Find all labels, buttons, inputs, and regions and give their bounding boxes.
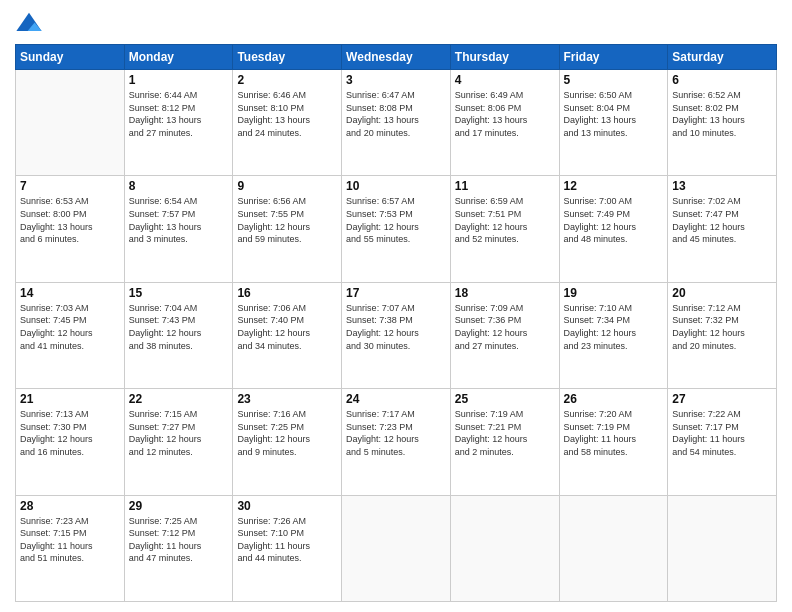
day-number: 19 [564,286,664,300]
day-number: 20 [672,286,772,300]
calendar-cell-0-0 [16,70,125,176]
day-info: Sunrise: 7:20 AM Sunset: 7:19 PM Dayligh… [564,408,664,458]
header-wednesday: Wednesday [342,45,451,70]
day-number: 7 [20,179,120,193]
day-info: Sunrise: 6:56 AM Sunset: 7:55 PM Dayligh… [237,195,337,245]
day-info: Sunrise: 7:16 AM Sunset: 7:25 PM Dayligh… [237,408,337,458]
day-info: Sunrise: 7:25 AM Sunset: 7:12 PM Dayligh… [129,515,229,565]
header-saturday: Saturday [668,45,777,70]
calendar-cell-1-3: 10Sunrise: 6:57 AM Sunset: 7:53 PM Dayli… [342,176,451,282]
day-number: 13 [672,179,772,193]
day-number: 11 [455,179,555,193]
calendar-week-3: 21Sunrise: 7:13 AM Sunset: 7:30 PM Dayli… [16,389,777,495]
calendar-cell-2-3: 17Sunrise: 7:07 AM Sunset: 7:38 PM Dayli… [342,282,451,388]
calendar-cell-4-4 [450,495,559,601]
calendar-cell-2-2: 16Sunrise: 7:06 AM Sunset: 7:40 PM Dayli… [233,282,342,388]
day-number: 5 [564,73,664,87]
day-info: Sunrise: 7:02 AM Sunset: 7:47 PM Dayligh… [672,195,772,245]
day-number: 25 [455,392,555,406]
calendar-cell-3-6: 27Sunrise: 7:22 AM Sunset: 7:17 PM Dayli… [668,389,777,495]
calendar-week-4: 28Sunrise: 7:23 AM Sunset: 7:15 PM Dayli… [16,495,777,601]
day-number: 10 [346,179,446,193]
calendar-cell-0-4: 4Sunrise: 6:49 AM Sunset: 8:06 PM Daylig… [450,70,559,176]
calendar-cell-2-6: 20Sunrise: 7:12 AM Sunset: 7:32 PM Dayli… [668,282,777,388]
header-sunday: Sunday [16,45,125,70]
day-info: Sunrise: 7:22 AM Sunset: 7:17 PM Dayligh… [672,408,772,458]
calendar-cell-4-2: 30Sunrise: 7:26 AM Sunset: 7:10 PM Dayli… [233,495,342,601]
calendar-cell-2-4: 18Sunrise: 7:09 AM Sunset: 7:36 PM Dayli… [450,282,559,388]
day-number: 30 [237,499,337,513]
day-number: 16 [237,286,337,300]
day-info: Sunrise: 7:19 AM Sunset: 7:21 PM Dayligh… [455,408,555,458]
calendar-cell-0-2: 2Sunrise: 6:46 AM Sunset: 8:10 PM Daylig… [233,70,342,176]
day-info: Sunrise: 7:15 AM Sunset: 7:27 PM Dayligh… [129,408,229,458]
day-number: 1 [129,73,229,87]
day-info: Sunrise: 6:59 AM Sunset: 7:51 PM Dayligh… [455,195,555,245]
calendar-cell-3-3: 24Sunrise: 7:17 AM Sunset: 7:23 PM Dayli… [342,389,451,495]
calendar-cell-0-6: 6Sunrise: 6:52 AM Sunset: 8:02 PM Daylig… [668,70,777,176]
header-thursday: Thursday [450,45,559,70]
calendar-cell-2-1: 15Sunrise: 7:04 AM Sunset: 7:43 PM Dayli… [124,282,233,388]
day-info: Sunrise: 6:50 AM Sunset: 8:04 PM Dayligh… [564,89,664,139]
header [15,10,777,38]
calendar-cell-0-1: 1Sunrise: 6:44 AM Sunset: 8:12 PM Daylig… [124,70,233,176]
day-info: Sunrise: 6:57 AM Sunset: 7:53 PM Dayligh… [346,195,446,245]
calendar-cell-3-2: 23Sunrise: 7:16 AM Sunset: 7:25 PM Dayli… [233,389,342,495]
calendar-week-2: 14Sunrise: 7:03 AM Sunset: 7:45 PM Dayli… [16,282,777,388]
day-info: Sunrise: 7:12 AM Sunset: 7:32 PM Dayligh… [672,302,772,352]
day-number: 28 [20,499,120,513]
day-info: Sunrise: 7:17 AM Sunset: 7:23 PM Dayligh… [346,408,446,458]
weekday-header-row: Sunday Monday Tuesday Wednesday Thursday… [16,45,777,70]
calendar-cell-3-1: 22Sunrise: 7:15 AM Sunset: 7:27 PM Dayli… [124,389,233,495]
header-friday: Friday [559,45,668,70]
calendar-cell-3-0: 21Sunrise: 7:13 AM Sunset: 7:30 PM Dayli… [16,389,125,495]
header-monday: Monday [124,45,233,70]
day-number: 21 [20,392,120,406]
calendar-cell-2-0: 14Sunrise: 7:03 AM Sunset: 7:45 PM Dayli… [16,282,125,388]
day-number: 17 [346,286,446,300]
day-info: Sunrise: 6:53 AM Sunset: 8:00 PM Dayligh… [20,195,120,245]
calendar-cell-4-6 [668,495,777,601]
calendar-week-0: 1Sunrise: 6:44 AM Sunset: 8:12 PM Daylig… [16,70,777,176]
day-info: Sunrise: 7:07 AM Sunset: 7:38 PM Dayligh… [346,302,446,352]
day-info: Sunrise: 7:23 AM Sunset: 7:15 PM Dayligh… [20,515,120,565]
day-info: Sunrise: 6:46 AM Sunset: 8:10 PM Dayligh… [237,89,337,139]
calendar-cell-4-5 [559,495,668,601]
day-number: 15 [129,286,229,300]
day-number: 26 [564,392,664,406]
calendar-cell-1-4: 11Sunrise: 6:59 AM Sunset: 7:51 PM Dayli… [450,176,559,282]
calendar-cell-3-5: 26Sunrise: 7:20 AM Sunset: 7:19 PM Dayli… [559,389,668,495]
calendar-cell-4-0: 28Sunrise: 7:23 AM Sunset: 7:15 PM Dayli… [16,495,125,601]
day-number: 27 [672,392,772,406]
day-number: 29 [129,499,229,513]
day-info: Sunrise: 6:47 AM Sunset: 8:08 PM Dayligh… [346,89,446,139]
calendar-cell-0-3: 3Sunrise: 6:47 AM Sunset: 8:08 PM Daylig… [342,70,451,176]
calendar-cell-2-5: 19Sunrise: 7:10 AM Sunset: 7:34 PM Dayli… [559,282,668,388]
day-info: Sunrise: 6:49 AM Sunset: 8:06 PM Dayligh… [455,89,555,139]
day-number: 2 [237,73,337,87]
day-info: Sunrise: 7:00 AM Sunset: 7:49 PM Dayligh… [564,195,664,245]
calendar-cell-1-1: 8Sunrise: 6:54 AM Sunset: 7:57 PM Daylig… [124,176,233,282]
calendar-week-1: 7Sunrise: 6:53 AM Sunset: 8:00 PM Daylig… [16,176,777,282]
day-number: 22 [129,392,229,406]
day-number: 23 [237,392,337,406]
day-info: Sunrise: 7:26 AM Sunset: 7:10 PM Dayligh… [237,515,337,565]
calendar-cell-0-5: 5Sunrise: 6:50 AM Sunset: 8:04 PM Daylig… [559,70,668,176]
day-number: 4 [455,73,555,87]
day-number: 8 [129,179,229,193]
calendar-cell-3-4: 25Sunrise: 7:19 AM Sunset: 7:21 PM Dayli… [450,389,559,495]
day-info: Sunrise: 6:52 AM Sunset: 8:02 PM Dayligh… [672,89,772,139]
calendar-cell-4-1: 29Sunrise: 7:25 AM Sunset: 7:12 PM Dayli… [124,495,233,601]
day-number: 12 [564,179,664,193]
logo-icon [15,10,43,38]
day-number: 6 [672,73,772,87]
calendar-cell-1-0: 7Sunrise: 6:53 AM Sunset: 8:00 PM Daylig… [16,176,125,282]
logo [15,10,47,38]
day-number: 24 [346,392,446,406]
day-info: Sunrise: 7:09 AM Sunset: 7:36 PM Dayligh… [455,302,555,352]
day-info: Sunrise: 7:03 AM Sunset: 7:45 PM Dayligh… [20,302,120,352]
day-info: Sunrise: 7:13 AM Sunset: 7:30 PM Dayligh… [20,408,120,458]
calendar: Sunday Monday Tuesday Wednesday Thursday… [15,44,777,602]
day-number: 14 [20,286,120,300]
calendar-cell-1-2: 9Sunrise: 6:56 AM Sunset: 7:55 PM Daylig… [233,176,342,282]
